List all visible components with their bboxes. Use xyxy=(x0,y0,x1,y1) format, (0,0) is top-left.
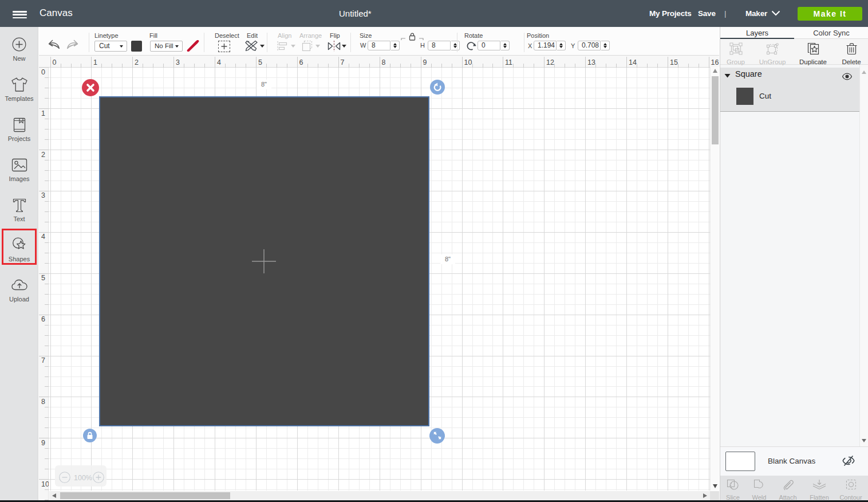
svg-text:9: 9 xyxy=(423,58,427,66)
svg-text:14: 14 xyxy=(629,58,637,66)
svg-text:1: 1 xyxy=(93,58,97,66)
svg-text:5: 5 xyxy=(258,58,262,66)
svg-text:7: 7 xyxy=(41,356,45,364)
svg-text:10: 10 xyxy=(464,58,472,66)
svg-text:1: 1 xyxy=(41,109,45,117)
svg-text:3: 3 xyxy=(41,191,45,199)
svg-text:2: 2 xyxy=(135,58,139,66)
svg-text:12: 12 xyxy=(546,58,554,66)
svg-text:6: 6 xyxy=(41,315,45,323)
svg-text:0: 0 xyxy=(41,68,45,76)
svg-text:4: 4 xyxy=(217,58,221,66)
svg-text:2: 2 xyxy=(41,151,45,159)
svg-text:9: 9 xyxy=(41,439,45,447)
svg-text:4: 4 xyxy=(41,233,45,241)
svg-text:8: 8 xyxy=(382,58,386,66)
svg-text:6: 6 xyxy=(299,58,303,66)
svg-text:0: 0 xyxy=(53,58,57,66)
svg-text:8: 8 xyxy=(41,398,45,406)
svg-text:5: 5 xyxy=(41,274,45,282)
svg-text:11: 11 xyxy=(505,58,512,66)
svg-text:10: 10 xyxy=(41,480,49,488)
svg-text:15: 15 xyxy=(670,58,678,66)
svg-text:3: 3 xyxy=(176,58,180,66)
svg-text:7: 7 xyxy=(341,58,345,66)
svg-text:13: 13 xyxy=(587,58,595,66)
